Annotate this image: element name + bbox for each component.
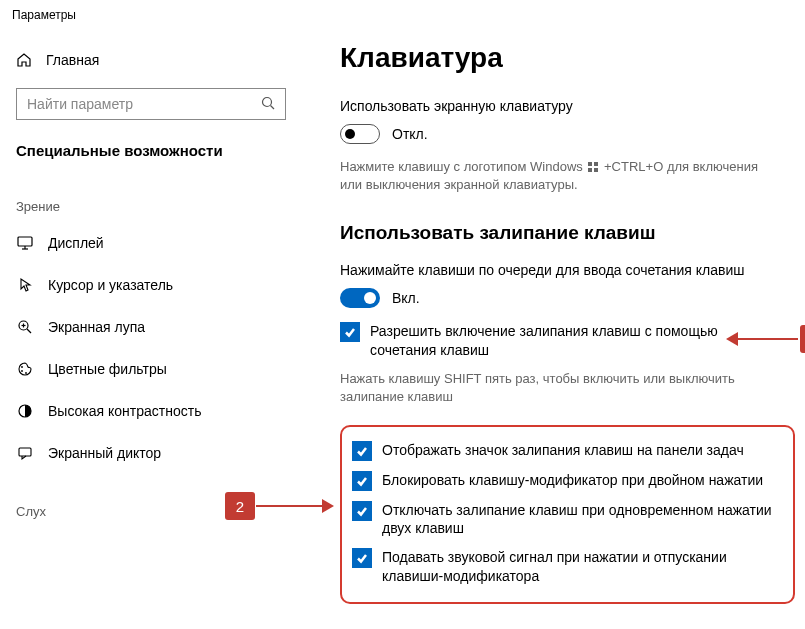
palette-icon bbox=[16, 361, 34, 377]
nav-magnifier[interactable]: Экранная лупа bbox=[0, 306, 305, 348]
cursor-icon bbox=[16, 277, 34, 293]
osk-label: Использовать экранную клавиатуру bbox=[340, 98, 805, 114]
sticky-desc: Нажимайте клавиши по очереди для ввода с… bbox=[340, 262, 805, 278]
check-shortcut-label: Разрешить включение залипания клавиш с п… bbox=[370, 322, 775, 360]
contrast-icon bbox=[16, 403, 34, 419]
opt-label-1: Блокировать клавишу-модификатор при двой… bbox=[382, 471, 763, 491]
nav-home-label: Главная bbox=[46, 52, 99, 68]
svg-point-0 bbox=[263, 97, 272, 106]
nav-home[interactable]: Главная bbox=[0, 42, 305, 78]
page-title: Клавиатура bbox=[340, 42, 805, 74]
opt-row-0: Отображать значок залипания клавиш на па… bbox=[352, 441, 783, 461]
checkbox-opt-2[interactable] bbox=[352, 501, 372, 521]
nav-label: Высокая контрастность bbox=[48, 403, 201, 419]
svg-point-9 bbox=[21, 366, 23, 368]
svg-rect-2 bbox=[18, 237, 32, 246]
opt-label-0: Отображать значок залипания клавиш на па… bbox=[382, 441, 744, 461]
sidebar: Главная Специальные возможности Зрение Д… bbox=[0, 32, 305, 629]
annotation-marker-1: 1 bbox=[800, 325, 805, 353]
nav-label: Дисплей bbox=[48, 235, 104, 251]
search-input[interactable] bbox=[16, 88, 286, 120]
checkbox-opt-3[interactable] bbox=[352, 548, 372, 568]
nav-color-filters[interactable]: Цветные фильтры bbox=[0, 348, 305, 390]
callout-box: Отображать значок залипания клавиш на па… bbox=[340, 425, 795, 605]
sticky-state: Вкл. bbox=[392, 290, 420, 306]
osk-hint-1: Нажмите клавишу с логотипом Windows bbox=[340, 159, 583, 174]
sticky-title: Использовать залипание клавиш bbox=[340, 222, 805, 244]
nav-narrator[interactable]: Экранный диктор bbox=[0, 432, 305, 474]
narrator-icon bbox=[16, 445, 34, 461]
checkbox-opt-0[interactable] bbox=[352, 441, 372, 461]
svg-point-11 bbox=[25, 372, 27, 374]
svg-point-10 bbox=[21, 370, 23, 372]
opt-row-3: Подавать звуковой сигнал при нажатии и о… bbox=[352, 548, 783, 586]
opt-label-3: Подавать звуковой сигнал при нажатии и о… bbox=[382, 548, 783, 586]
group-vision: Зрение bbox=[0, 169, 305, 222]
nav-label: Курсор и указатель bbox=[48, 277, 173, 293]
sticky-toggle-row: Вкл. bbox=[340, 288, 805, 308]
opt-row-2: Отключать залипание клавиш при одновреме… bbox=[352, 501, 783, 539]
nav-label: Цветные фильтры bbox=[48, 361, 167, 377]
osk-hint: Нажмите клавишу с логотипом Windows +CTR… bbox=[340, 158, 780, 194]
annotation-arrow-1 bbox=[726, 335, 798, 343]
checkbox-opt-1[interactable] bbox=[352, 471, 372, 491]
window-title: Параметры bbox=[12, 8, 76, 22]
svg-rect-13 bbox=[19, 448, 31, 456]
osk-state: Откл. bbox=[392, 126, 428, 142]
osk-toggle-row: Откл. bbox=[340, 124, 805, 144]
app-body: Главная Специальные возможности Зрение Д… bbox=[0, 32, 805, 629]
nav-display[interactable]: Дисплей bbox=[0, 222, 305, 264]
window-titlebar: Параметры bbox=[0, 0, 805, 32]
opt-label-2: Отключать залипание клавиш при одновреме… bbox=[382, 501, 783, 539]
sticky-toggle[interactable] bbox=[340, 288, 380, 308]
checkbox-shortcut[interactable] bbox=[340, 322, 360, 342]
display-icon bbox=[16, 236, 34, 250]
search-container bbox=[16, 88, 289, 120]
main-content: Клавиатура Использовать экранную клавиат… bbox=[305, 32, 805, 629]
sidebar-section-title: Специальные возможности bbox=[0, 138, 305, 169]
magnifier-icon bbox=[16, 319, 34, 335]
nav-label: Экранная лупа bbox=[48, 319, 145, 335]
osk-toggle[interactable] bbox=[340, 124, 380, 144]
opt-row-1: Блокировать клавишу-модификатор при двой… bbox=[352, 471, 783, 491]
group-hearing: Слух bbox=[0, 474, 305, 527]
home-icon bbox=[16, 52, 32, 68]
svg-line-6 bbox=[27, 329, 31, 333]
nav-high-contrast[interactable]: Высокая контрастность bbox=[0, 390, 305, 432]
search-field[interactable] bbox=[27, 96, 257, 112]
search-icon bbox=[261, 96, 275, 113]
svg-line-1 bbox=[271, 105, 275, 109]
check-shortcut-row: Разрешить включение залипания клавиш с п… bbox=[340, 322, 775, 360]
nav-label: Экранный диктор bbox=[48, 445, 161, 461]
shortcut-hint: Нажать клавишу SHIFT пять раз, чтобы вкл… bbox=[340, 370, 770, 406]
annotation-arrow-2 bbox=[256, 502, 334, 510]
windows-logo-icon bbox=[588, 162, 598, 172]
annotation-marker-2: 2 bbox=[225, 492, 255, 520]
nav-cursor[interactable]: Курсор и указатель bbox=[0, 264, 305, 306]
